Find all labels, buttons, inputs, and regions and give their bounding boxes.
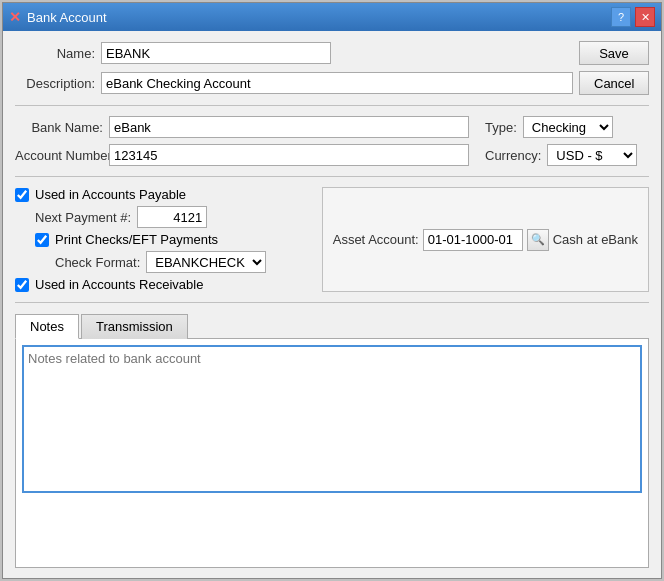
print-checks-label: Print Checks/EFT Payments [55, 232, 218, 247]
asset-description: Cash at eBank [553, 232, 638, 247]
description-input[interactable] [101, 72, 573, 94]
print-checks-checkbox[interactable] [35, 233, 49, 247]
used-in-ar-label: Used in Accounts Receivable [35, 277, 203, 292]
account-number-input[interactable] [109, 144, 469, 166]
check-format-row: Check Format: EBANKCHECK [55, 251, 312, 273]
check-format-select[interactable]: EBANKCHECK [146, 251, 266, 273]
middle-section: Used in Accounts Payable Next Payment #:… [15, 187, 649, 292]
next-payment-row: Next Payment #: [35, 206, 312, 228]
type-label: Type: [485, 120, 517, 135]
check-format-label: Check Format: [55, 255, 140, 270]
dialog-content: Name: Save Description: Cancel Bank Name… [3, 31, 661, 578]
window-title: Bank Account [27, 10, 107, 25]
help-button[interactable]: ? [611, 7, 631, 27]
account-number-row: Account Number: Currency: USD - $ EUR - … [15, 144, 649, 166]
left-panel: Used in Accounts Payable Next Payment #:… [15, 187, 312, 292]
title-bar-left: ✕ Bank Account [9, 9, 107, 25]
tab-notes[interactable]: Notes [15, 314, 79, 339]
asset-account-input[interactable] [423, 229, 523, 251]
tab-strip: Notes Transmission [15, 313, 649, 339]
bank-name-input[interactable] [109, 116, 469, 138]
app-icon: ✕ [9, 9, 21, 25]
title-bar-controls: ? ✕ [611, 7, 655, 27]
type-select[interactable]: Checking Savings [523, 116, 613, 138]
account-number-label: Account Number: [15, 148, 103, 163]
used-in-ap-row: Used in Accounts Payable [15, 187, 312, 202]
divider-2 [15, 176, 649, 177]
asset-search-button[interactable]: 🔍 [527, 229, 549, 251]
next-payment-input[interactable] [137, 206, 207, 228]
tab-transmission[interactable]: Transmission [81, 314, 188, 339]
used-in-ap-label: Used in Accounts Payable [35, 187, 186, 202]
name-row: Name: Save [15, 41, 649, 65]
asset-group: Asset Account: 🔍 Cash at eBank [322, 187, 649, 292]
used-in-ar-row: Used in Accounts Receivable [15, 277, 312, 292]
asset-account-label: Asset Account: [333, 232, 419, 247]
currency-label: Currency: [485, 148, 541, 163]
notes-textarea[interactable] [28, 351, 636, 487]
notes-textarea-wrapper [22, 345, 642, 493]
used-in-ap-checkbox[interactable] [15, 188, 29, 202]
save-button[interactable]: Save [579, 41, 649, 65]
tab-content-notes [15, 339, 649, 568]
cancel-button[interactable]: Cancel [579, 71, 649, 95]
name-label: Name: [15, 46, 95, 61]
bank-account-window: ✕ Bank Account ? ✕ Name: Save Descriptio… [2, 2, 662, 579]
used-in-ar-checkbox[interactable] [15, 278, 29, 292]
name-input[interactable] [101, 42, 331, 64]
description-row: Description: Cancel [15, 71, 649, 95]
divider-1 [15, 105, 649, 106]
next-payment-label: Next Payment #: [35, 210, 131, 225]
close-button[interactable]: ✕ [635, 7, 655, 27]
bank-name-label: Bank Name: [15, 120, 103, 135]
title-bar: ✕ Bank Account ? ✕ [3, 3, 661, 31]
bank-name-row: Bank Name: Type: Checking Savings [15, 116, 649, 138]
description-label: Description: [15, 76, 95, 91]
currency-select[interactable]: USD - $ EUR - € GBP - £ [547, 144, 637, 166]
print-checks-row: Print Checks/EFT Payments [35, 232, 312, 247]
divider-3 [15, 302, 649, 303]
tabs-container: Notes Transmission [15, 313, 649, 568]
